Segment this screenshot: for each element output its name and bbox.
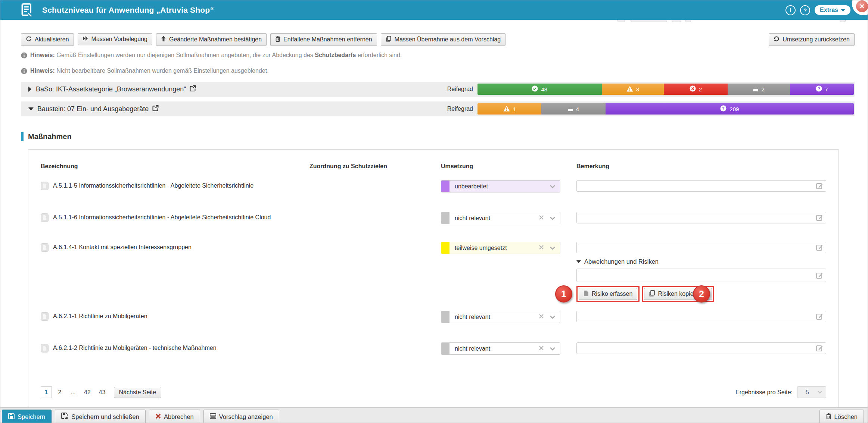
capture-risk-button[interactable]: Risiko erfassen [579, 288, 637, 300]
save-and-close-button[interactable]: Speichern und schließen [55, 410, 146, 423]
reset-implementation-button[interactable]: Umsetzung zurücksetzen [769, 33, 855, 46]
minus-icon [568, 106, 573, 112]
refresh-button[interactable]: Aktualisieren [21, 33, 74, 46]
reifegrad-label: Reifegrad [447, 86, 473, 93]
bemerkung-input[interactable] [576, 311, 826, 322]
edit-pencil-icon[interactable] [816, 214, 823, 223]
edit-pencil-icon[interactable] [816, 345, 823, 353]
delete-button[interactable]: Löschen [819, 410, 864, 423]
measure-doc-icon[interactable] [41, 182, 49, 192]
mass-preset-button[interactable]: Massen Vorbelegung [78, 33, 152, 45]
caret-down-icon [28, 107, 34, 110]
mass-adopt-proposal-button[interactable]: Massen Übernahme aus dem Vorschlag [381, 33, 506, 46]
edit-pencil-icon[interactable] [816, 182, 823, 191]
chevron-down-icon [817, 391, 822, 394]
info-circle-icon [21, 52, 27, 60]
massnahmen-panel: Bezeichnung Zuordnung zu Schutzzielen Um… [28, 149, 839, 407]
bemerkung-input[interactable] [576, 242, 826, 253]
copy-icon [649, 290, 655, 298]
arrow-up-icon [161, 36, 166, 43]
remove-dropped-measures-button[interactable]: Entfallene Maßnahmen entfernen [270, 33, 377, 46]
app-window: Schutzniveau für Anwendung „Atruvia Shop… [0, 0, 868, 423]
segment-not-relevant: 4 [541, 103, 605, 115]
segment-not-relevant: 2 [728, 84, 790, 95]
measure-doc-icon[interactable] [41, 213, 49, 223]
check-circle-icon [532, 85, 538, 93]
warning-triangle-icon [503, 106, 510, 113]
measure-name: A.5.1.1-6 Informationssicherheitsrichtli… [53, 214, 271, 221]
clear-x-icon[interactable] [539, 245, 544, 251]
x-circle-icon [690, 85, 696, 93]
umsetzung-select[interactable]: nicht relevant [441, 212, 560, 224]
chevron-down-icon[interactable] [550, 314, 556, 320]
per-page-label: Ergebnisse pro Seite: [735, 389, 793, 396]
bemerkung-input[interactable] [576, 342, 826, 354]
bemerkung-input[interactable] [576, 212, 826, 223]
umsetzung-select[interactable]: nicht relevant [441, 311, 560, 323]
file-icon [584, 290, 589, 298]
page-43[interactable]: 43 [96, 386, 109, 398]
info-icon[interactable]: i [785, 5, 796, 15]
minus-icon [753, 86, 758, 93]
next-page-button[interactable]: Nächste Seite [114, 387, 162, 398]
table-row: A.5.1.1-6 Informationssicherheitsrichtli… [28, 212, 838, 242]
refresh-icon [26, 36, 32, 43]
chevron-down-icon[interactable] [550, 183, 556, 190]
confirm-changed-measures-button[interactable]: Geänderte Maßnahmen bestätigen [156, 33, 267, 46]
chevron-down-icon[interactable] [550, 245, 556, 251]
segment-unedited: ? 209 [606, 103, 854, 115]
section-baustein[interactable]: Baustein: 07 Ein- und Ausgabegeräte Reif… [21, 101, 855, 116]
column-header-umsetzung: Umsetzung [441, 163, 576, 170]
measure-doc-icon[interactable] [41, 344, 49, 354]
save-button[interactable]: Speichern [2, 410, 52, 423]
per-page-select[interactable]: 5 [797, 386, 826, 398]
page-42[interactable]: 42 [81, 386, 94, 398]
measure-doc-icon[interactable] [41, 243, 49, 253]
status-stripe [441, 212, 449, 224]
page-title: Schutzniveau für Anwendung „Atruvia Shop… [42, 6, 214, 15]
section-baso[interactable]: BaSo: IKT-Assetkategorie „Browseranwendu… [21, 82, 855, 97]
section-baso-title: BaSo: IKT-Assetkategorie „Browseranwendu… [36, 85, 186, 93]
edit-pencil-icon[interactable] [816, 272, 823, 281]
clear-x-icon[interactable] [539, 314, 544, 320]
document-form-icon [21, 3, 32, 17]
annotation-circle-2: 2 [693, 285, 710, 303]
reifegrad-bar-baustein: 1 4 ? 209 [477, 103, 854, 115]
warning-triangle-icon [626, 86, 633, 93]
page-2[interactable]: 2 [54, 386, 65, 398]
reifegrad-bar-baso: 48 3 2 2 ? 7 [477, 84, 854, 95]
help-icon[interactable]: ? [800, 5, 810, 15]
caret-right-icon [28, 87, 31, 92]
save-close-floppy-x-icon [61, 413, 68, 421]
bemerkung-input[interactable] [576, 180, 826, 192]
segment-unedited: ? 7 [790, 84, 854, 95]
clear-x-icon[interactable] [539, 215, 544, 222]
risk-bemerkung-input[interactable] [576, 269, 826, 282]
page-1-current[interactable]: 1 [41, 386, 52, 398]
extras-menu-button[interactable]: Extras [815, 5, 850, 15]
chevron-down-icon[interactable] [550, 215, 556, 222]
segment-warning: 3 [602, 84, 664, 95]
close-button[interactable]: ✕ [855, 0, 868, 13]
edit-pencil-icon[interactable] [816, 244, 823, 253]
edit-pencil-icon[interactable] [816, 313, 823, 322]
list-icon [210, 413, 216, 420]
umsetzung-select[interactable]: teilweise umgesetzt [441, 242, 560, 254]
umsetzung-select[interactable]: nicht relevant [441, 342, 560, 355]
red-x-icon [155, 413, 161, 420]
measure-doc-icon[interactable] [41, 312, 49, 322]
column-header-bemerkung: Bemerkung [576, 163, 826, 170]
chevron-down-icon[interactable] [550, 345, 556, 352]
cancel-button[interactable]: Abbrechen [149, 410, 200, 423]
footer-bar: Speichern Speichern und schließen Abbrec… [0, 407, 868, 423]
measure-name: A.5.1.1-5 Informationssicherheitsrichtli… [53, 182, 253, 189]
external-link-icon[interactable] [152, 105, 159, 113]
annotation-circle-1: 1 [555, 285, 572, 303]
show-proposal-button[interactable]: Vorschlag anzeigen [203, 410, 279, 423]
external-link-icon[interactable] [190, 85, 196, 93]
svg-text:?: ? [818, 87, 820, 91]
measure-name: A.6.2.1-2 Richtlinie zu Mobilgeräten - t… [53, 345, 217, 351]
umsetzung-select[interactable]: unbearbeitet [441, 180, 560, 192]
clear-x-icon[interactable] [539, 345, 544, 352]
risk-section-toggle[interactable]: Abweichungen und Risiken [576, 258, 826, 265]
